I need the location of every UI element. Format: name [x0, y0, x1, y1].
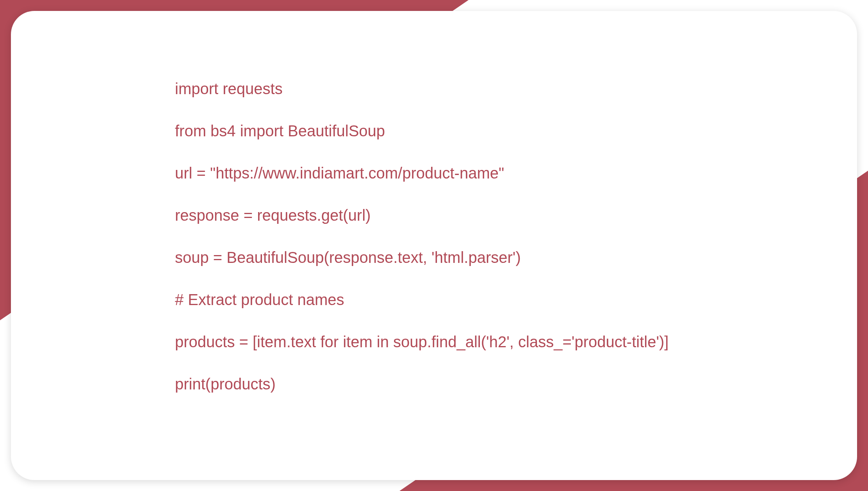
- code-line: url = "https://www.indiamart.com/product…: [175, 164, 693, 182]
- code-line: import requests: [175, 79, 693, 98]
- code-block: import requests from bs4 import Beautifu…: [175, 79, 693, 393]
- code-line: print(products): [175, 375, 693, 393]
- code-line: # Extract product names: [175, 290, 693, 309]
- code-line: products = [item.text for item in soup.f…: [175, 332, 693, 351]
- code-line: response = requests.get(url): [175, 206, 693, 225]
- code-line: from bs4 import BeautifulSoup: [175, 121, 693, 140]
- code-line: soup = BeautifulSoup(response.text, 'htm…: [175, 248, 693, 267]
- content-card: import requests from bs4 import Beautifu…: [11, 11, 857, 480]
